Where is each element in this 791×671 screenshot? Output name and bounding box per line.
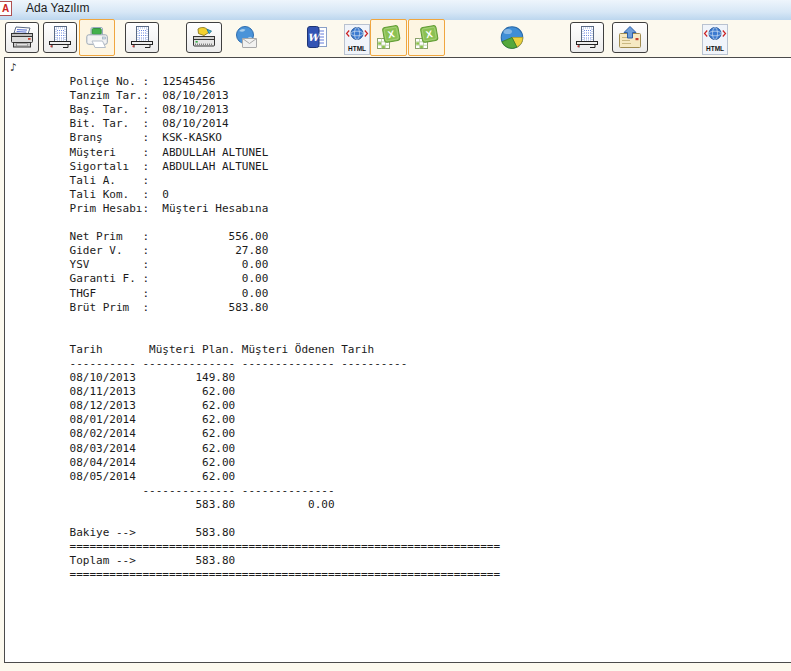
titlebar: A Ada Yazılım bbox=[0, 0, 791, 20]
quick-print-button[interactable] bbox=[79, 19, 115, 56]
print-preview-button[interactable] bbox=[43, 22, 77, 53]
pie-chart-icon bbox=[498, 24, 526, 52]
printer-page-icon bbox=[129, 25, 155, 51]
report-panel: ♪ Poliçe No. : 12545456 Tanzim Tar.: 08/… bbox=[4, 57, 791, 663]
chart-button[interactable] bbox=[493, 21, 531, 55]
envelope-up-arrow-icon bbox=[617, 25, 643, 51]
send-mail-button[interactable] bbox=[612, 22, 648, 53]
html-label: HTML bbox=[706, 45, 724, 52]
printer-pen-icon bbox=[191, 25, 217, 51]
print-button[interactable] bbox=[5, 22, 39, 53]
html-globe-icon: HTML bbox=[703, 25, 727, 54]
print-preview-2-button[interactable] bbox=[125, 22, 159, 53]
green-printer-icon bbox=[84, 25, 110, 51]
report-text: ♪ Poliçe No. : 12545456 Tanzim Tar.: 08/… bbox=[5, 58, 791, 582]
app-logo-icon[interactable]: A bbox=[0, 1, 12, 16]
printer-icon bbox=[9, 25, 35, 51]
export-word-button[interactable]: W bbox=[298, 21, 336, 55]
window-title: Ada Yazılım bbox=[26, 1, 90, 16]
export-excel-button[interactable]: X bbox=[370, 19, 407, 56]
export-excel-2-button[interactable]: X bbox=[408, 19, 445, 56]
export-html-button[interactable]: HTML bbox=[344, 24, 370, 55]
html-globe-icon: HTML bbox=[345, 25, 369, 54]
word-document-icon: W bbox=[304, 25, 330, 51]
html-label: HTML bbox=[348, 45, 366, 52]
app-logo-letter: A bbox=[2, 3, 9, 14]
email-button[interactable] bbox=[227, 21, 265, 55]
print-setup-button[interactable] bbox=[186, 22, 222, 53]
globe-envelope-icon bbox=[233, 25, 259, 51]
print-preview-3-button[interactable] bbox=[570, 22, 604, 53]
excel-icon: X bbox=[413, 24, 441, 52]
export-html-2-button[interactable]: HTML bbox=[702, 24, 728, 55]
excel-icon: X bbox=[375, 24, 403, 52]
app-window: A Ada Yazılım bbox=[0, 0, 791, 671]
printer-page-icon bbox=[574, 25, 600, 51]
printer-page-icon bbox=[47, 25, 73, 51]
